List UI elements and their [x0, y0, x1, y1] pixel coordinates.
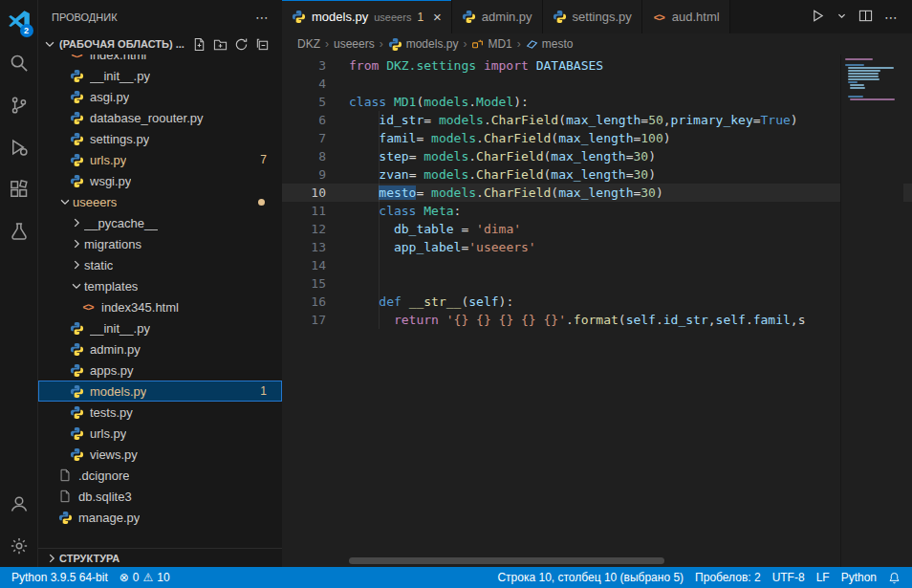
outline-section-header[interactable]: СТРУКТУРА — [38, 548, 282, 567]
status-bar-right: Строка 10, столбец 10 (выбрано 5) Пробел… — [491, 571, 906, 584]
activity-extensions[interactable] — [0, 168, 38, 210]
code-line-4[interactable]: 4 — [282, 75, 912, 93]
editor-more-button[interactable]: ⋯ — [884, 10, 899, 25]
extensions-icon — [10, 180, 29, 199]
tree-item-__init__.py[interactable]: __init__.py — [38, 65, 282, 86]
tree-item-index345.html[interactable]: <>index345.html — [38, 296, 282, 317]
tree-item-models.py[interactable]: models.py1 — [38, 381, 282, 402]
code-line-6[interactable]: 6 id_str= models.CharField(max_length=50… — [282, 111, 912, 129]
python-file-icon — [292, 10, 306, 24]
encoding[interactable]: UTF-8 — [767, 571, 811, 584]
tree-item-wsgi.py[interactable]: wsgi.py — [38, 170, 282, 191]
minimap[interactable] — [840, 54, 903, 567]
tree-item-migrations[interactable]: migrations — [38, 233, 282, 254]
refresh-icon[interactable] — [232, 35, 250, 53]
testing-icon — [10, 222, 29, 241]
tree-item-__pycache__[interactable]: __pycache__ — [38, 212, 282, 233]
breadcrumb-label: MD1 — [488, 37, 511, 51]
tree-item-.dcignore[interactable]: .dcignore — [38, 465, 282, 486]
breadcrumb: DKZ›useeers›models.py›MD1›mesto — [282, 33, 912, 54]
tab-admin.py[interactable]: admin.py — [452, 0, 543, 33]
run-dropdown-button[interactable] — [836, 10, 847, 24]
code-line-3[interactable]: 3from DKZ.settings import DATABASES — [282, 56, 912, 75]
line-number: 7 — [282, 129, 326, 147]
notifications-bell[interactable] — [882, 572, 906, 584]
new-file-icon[interactable] — [190, 35, 207, 53]
tree-item-index.html[interactable]: <>index.html — [38, 54, 282, 65]
activity-account[interactable] — [0, 483, 38, 525]
tree-item-views.py[interactable]: views.py — [38, 444, 282, 465]
breadcrumb-label: DKZ — [297, 37, 320, 51]
run-python-file-button[interactable] — [811, 9, 825, 26]
activity-home-logo[interactable]: 2 — [0, 0, 38, 42]
breadcrumb-item-models.py[interactable]: models.py — [388, 37, 459, 52]
breadcrumb-item-MD1[interactable]: MD1 — [471, 37, 511, 51]
activity-run-debug[interactable] — [0, 126, 38, 168]
tree-item-manage.py[interactable]: manage.py — [38, 507, 282, 528]
code-line-5[interactable]: 5class MD1(models.Model): — [282, 93, 912, 111]
activity-settings[interactable] — [0, 525, 38, 567]
code-line-8[interactable]: 8 step= models.CharField(max_length=30) — [282, 147, 912, 165]
tree-item-urls.py[interactable]: urls.py7 — [38, 149, 282, 170]
python-interpreter[interactable]: Python 3.9.5 64-bit — [6, 571, 114, 584]
activity-search[interactable] — [0, 42, 38, 84]
python-file-icon — [69, 89, 84, 104]
tree-item-apps.py[interactable]: apps.py — [38, 359, 282, 381]
tree-item-useeers[interactable]: useeers — [38, 191, 282, 212]
code-text: famil= models.CharField(max_length=100) — [349, 129, 671, 147]
code-line-12[interactable]: 12 db_table = 'dima' — [282, 220, 912, 238]
new-folder-icon[interactable] — [211, 35, 228, 53]
tree-item-__init__.py[interactable]: __init__.py — [38, 317, 282, 338]
tree-item-static[interactable]: static — [38, 254, 282, 275]
split-editor-button[interactable] — [858, 9, 873, 26]
code-line-15[interactable]: 15 — [282, 274, 912, 293]
minimap-line — [848, 96, 862, 98]
cursor-position[interactable]: Строка 10, столбец 10 (выбрано 5) — [491, 571, 689, 584]
breadcrumb-item-useeers[interactable]: useeers — [334, 37, 375, 51]
chevron-down-icon — [57, 194, 73, 209]
code-line-16[interactable]: 16 def __str__(self): — [282, 293, 912, 311]
code-line-17[interactable]: 17 return '{} {} {} {} {}'.format(self.i… — [282, 311, 912, 329]
tree-item-database_roouter.py[interactable]: database_roouter.py — [38, 107, 282, 128]
tab-settings.py[interactable]: settings.py — [543, 0, 642, 33]
tree-item-db.sqlite3[interactable]: db.sqlite3 — [38, 486, 282, 507]
indentation-setting[interactable]: Пробелов: 2 — [689, 571, 767, 584]
tree-item-label: urls.py — [90, 153, 126, 167]
breadcrumb-item-mesto[interactable]: mesto — [526, 37, 574, 51]
code-line-9[interactable]: 9 zvan= models.CharField(max_length=30) — [282, 165, 912, 184]
code-line-13[interactable]: 13 app_label='useeers' — [282, 238, 912, 256]
code-line-7[interactable]: 7 famil= models.CharField(max_length=100… — [282, 129, 912, 147]
tab-models.py[interactable]: models.pyuseeers1× — [282, 0, 452, 33]
breadcrumb-item-DKZ[interactable]: DKZ — [297, 37, 320, 51]
workspace-section-header[interactable]: (РАБОЧАЯ ОБЛАСТЬ) ... — [38, 33, 282, 54]
close-icon[interactable]: × — [433, 10, 442, 24]
horizontal-scrollbar[interactable] — [349, 557, 664, 564]
vscode-window: 2 ПРОВОДНИК ⋯ (РАБОЧАЯ ОБЛАСТЬ) ... <>in… — [0, 0, 912, 588]
tree-item-label: tests.py — [90, 405, 133, 420]
explorer-more-icon[interactable]: ⋯ — [255, 10, 269, 25]
tab-aud.html[interactable]: <>aud.html — [642, 0, 730, 33]
tree-item-tests.py[interactable]: tests.py — [38, 402, 282, 423]
tree-item-asgi.py[interactable]: asgi.py — [38, 86, 282, 107]
code-line-10[interactable]: 10 mesto= models.CharField(max_length=30… — [282, 184, 912, 202]
editor[interactable]: 3from DKZ.settings import DATABASES45cla… — [282, 54, 912, 567]
python-file-icon — [69, 110, 84, 125]
tree-item-templates[interactable]: templates — [38, 275, 282, 296]
python-version-label: Python 3.9.5 64-bit — [11, 571, 108, 584]
python-file-icon — [69, 362, 84, 378]
file-tree: <>index.html__init__.pyasgi.pydatabase_r… — [38, 54, 282, 548]
eol-setting[interactable]: LF — [811, 571, 836, 584]
tree-item-label: urls.py — [90, 426, 126, 441]
tab-label: admin.py — [482, 10, 532, 24]
tree-item-urls.py[interactable]: urls.py — [38, 423, 282, 444]
activity-testing[interactable] — [0, 210, 38, 252]
code-line-14[interactable]: 14 — [282, 256, 912, 274]
language-mode[interactable]: Python — [836, 571, 882, 584]
activity-source-control[interactable] — [0, 84, 38, 126]
problems-indicator[interactable]: ⊗ 0 ⚠ 10 — [114, 571, 176, 584]
collapse-all-icon[interactable] — [253, 35, 271, 53]
tab-description: useeers — [374, 11, 411, 23]
tree-item-admin.py[interactable]: admin.py — [38, 338, 282, 359]
tree-item-settings.py[interactable]: settings.py — [38, 128, 282, 149]
code-line-11[interactable]: 11 class Meta: — [282, 202, 912, 220]
